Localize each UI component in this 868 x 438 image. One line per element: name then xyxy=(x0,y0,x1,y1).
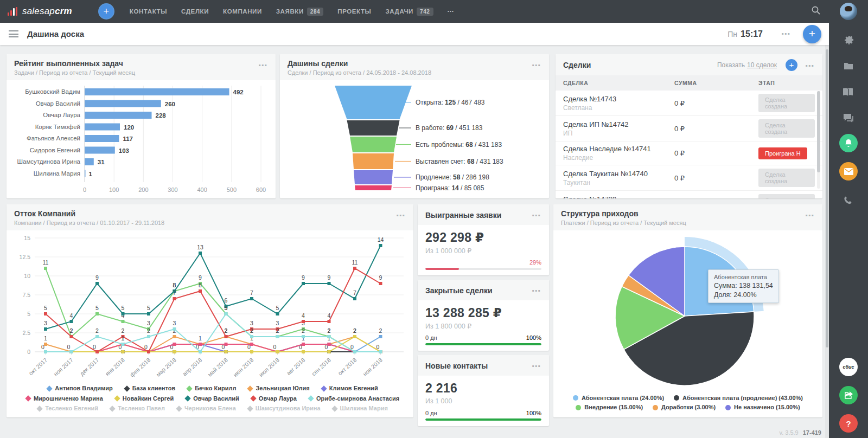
add-deal-button[interactable]: + xyxy=(786,59,797,71)
legend-item[interactable]: Тесленко Евгений xyxy=(37,404,98,413)
svg-text:4: 4 xyxy=(328,312,331,319)
card-menu-icon[interactable]: ⋯ xyxy=(532,210,541,221)
legend-item[interactable]: Овчар Василий xyxy=(186,394,239,403)
legend-item[interactable]: Шилкина Мария xyxy=(333,404,388,413)
card-menu-icon[interactable]: ⋯ xyxy=(532,286,541,296)
deal-stage-badge[interactable]: Сделка создана xyxy=(758,194,815,198)
legend-item[interactable]: Тесленко Павел xyxy=(110,404,165,413)
deal-stage-badge[interactable]: Сделка создана xyxy=(758,94,815,112)
svg-text:май 2018: май 2018 xyxy=(206,356,229,377)
deal-stage-badge[interactable]: Проиграна Н xyxy=(758,147,807,159)
mail-button[interactable] xyxy=(839,162,858,181)
table-row[interactable]: Сделка №14739 Антон 15 000 ₽ Сделка созд… xyxy=(556,191,822,198)
svg-text:15: 15 xyxy=(24,235,30,241)
table-row[interactable]: Сделка Наследие №14741 Наследие 0 ₽ Прои… xyxy=(556,141,822,165)
card-title: Выигранные заявки xyxy=(425,211,501,220)
show-deals-link[interactable]: 10 сделок xyxy=(747,61,777,69)
deal-name[interactable]: Сделка №14743 xyxy=(563,95,674,103)
legend-marker xyxy=(573,395,578,401)
deal-stage-badge[interactable]: Сделка создана xyxy=(758,119,815,138)
table-row[interactable]: Сделка Таукитан №14740 Таукитан 0 ₽ Сдел… xyxy=(556,165,822,191)
legend-item[interactable]: Доработки (3.00%) xyxy=(653,403,716,412)
legend-item[interactable]: Внедрение (15.00%) xyxy=(576,403,643,412)
card-task-rating: Рейтинг выполненных задач Задачи / Перио… xyxy=(7,54,276,198)
card-menu-icon[interactable]: ⋯ xyxy=(805,61,815,71)
legend-item[interactable]: Антипов Владимир xyxy=(47,384,112,393)
nav-item-4[interactable]: ПРОЕКТЫ xyxy=(337,8,371,15)
nav-item-2[interactable]: КОМПАНИИ xyxy=(223,8,262,15)
nav-item-3[interactable]: ЗАЯВКИ284 xyxy=(276,8,323,16)
legend-marker xyxy=(124,385,130,391)
svg-text:9: 9 xyxy=(95,274,99,281)
sbis-widget-button[interactable]: сбис xyxy=(839,358,858,376)
legend-item[interactable]: Не назначено (15.00%) xyxy=(725,403,800,412)
help-button[interactable]: ? xyxy=(839,414,858,433)
kpi-percent: 100% xyxy=(526,410,541,416)
app-logo[interactable]: salesapcrm xyxy=(8,6,72,17)
card-title: Закрытые сделки xyxy=(425,286,493,295)
legend-item[interactable]: Мирошниченко Марина xyxy=(26,394,103,403)
settings-gear-icon[interactable] xyxy=(843,34,854,46)
global-add-button[interactable]: + xyxy=(98,3,114,20)
legend-item[interactable]: Бечко Кирилл xyxy=(187,384,236,393)
search-icon[interactable] xyxy=(812,6,820,15)
pie-tooltip: Абонентская плата Сумма: 138 131,54 Доля… xyxy=(708,269,779,303)
knowledge-book-icon[interactable] xyxy=(843,86,854,98)
legend-item[interactable]: Черникова Елена xyxy=(177,404,236,413)
deal-stage-badge[interactable]: Сделка создана xyxy=(758,169,815,187)
svg-text:1: 1 xyxy=(44,335,47,342)
menu-hamburger-icon[interactable] xyxy=(9,30,18,37)
legend-item[interactable]: Климов Евгений xyxy=(322,384,378,393)
avatar[interactable] xyxy=(840,3,857,20)
legend-item[interactable]: Зельницкая Юлия xyxy=(248,384,309,393)
svg-text:2: 2 xyxy=(122,327,125,334)
main-scrollbar[interactable] xyxy=(825,45,829,438)
table-row[interactable]: Сделка №14743 Светлана 0 ₽ Сделка создан… xyxy=(556,91,822,116)
legend-item[interactable]: Абонентская плата (продление) (43.00%) xyxy=(674,394,803,403)
legend-item[interactable]: Новайкин Сергей xyxy=(115,394,174,403)
svg-text:9: 9 xyxy=(302,274,305,281)
card-menu-icon[interactable]: ⋯ xyxy=(396,210,406,221)
legend-item[interactable]: Абонентская плата (24.00%) xyxy=(573,394,664,403)
legend-item[interactable]: База клиентов xyxy=(125,384,176,393)
chat-icon[interactable] xyxy=(843,112,854,124)
svg-text:2: 2 xyxy=(147,327,150,334)
deal-name[interactable]: Сделка Таукитан №14740 xyxy=(563,170,674,178)
share-widget-button[interactable] xyxy=(839,386,858,404)
legend-item[interactable]: Овчар Лаура xyxy=(251,394,297,403)
phone-icon[interactable] xyxy=(843,195,854,207)
card-menu-icon[interactable]: ⋯ xyxy=(805,210,815,221)
notifications-bell-button[interactable] xyxy=(839,134,858,152)
svg-text:9: 9 xyxy=(199,274,202,281)
card-menu-icon[interactable]: ⋯ xyxy=(532,60,541,70)
svg-text:ноя 2017: ноя 2017 xyxy=(52,356,74,377)
card-menu-icon[interactable]: ⋯ xyxy=(532,361,541,371)
kpi-value: 2 216 xyxy=(425,381,541,396)
legend-item[interactable]: Шамсутдинова Ирина xyxy=(248,404,321,413)
table-row[interactable]: Сделка ИП №14742 ИП 0 ₽ Сделка создана xyxy=(556,116,822,141)
nav-item-0[interactable]: КОНТАКТЫ xyxy=(130,8,167,15)
svg-text:Сидоров Евгений: Сидоров Евгений xyxy=(30,147,80,153)
svg-text:11: 11 xyxy=(352,259,358,266)
legend-marker xyxy=(725,405,731,410)
clock-time: 15:17 xyxy=(741,29,763,39)
deals-scrollbar[interactable] xyxy=(817,91,820,189)
deals-table-body: Сделка №14743 Светлана 0 ₽ Сделка создан… xyxy=(556,91,822,198)
deal-name[interactable]: Сделка №14739 xyxy=(563,195,674,199)
legend-marker xyxy=(247,385,253,391)
deal-name[interactable]: Сделка ИП №14742 xyxy=(563,120,674,128)
legend-item[interactable]: Орибе-смирнова Анастасия xyxy=(309,394,399,403)
svg-text:3: 3 xyxy=(173,320,176,326)
card-menu-icon[interactable]: ⋯ xyxy=(258,60,268,70)
deal-name[interactable]: Сделка Наследие №14741 xyxy=(563,145,674,153)
legend-marker xyxy=(653,405,658,410)
nav-item-5[interactable]: ЗАДАЧИ742 xyxy=(385,8,433,16)
add-dashboard-widget-button[interactable]: + xyxy=(803,25,821,43)
nav-more-icon[interactable]: ⋯ xyxy=(448,8,454,15)
header-more-icon[interactable]: ⋯ xyxy=(781,29,791,39)
legend-marker xyxy=(114,395,120,401)
folder-icon[interactable] xyxy=(843,60,854,72)
card-company-churn: Отток Компаний Компании / Период из отче… xyxy=(7,204,413,417)
nav-item-1[interactable]: СДЕЛКИ xyxy=(181,8,209,15)
svg-text:5: 5 xyxy=(27,311,30,317)
